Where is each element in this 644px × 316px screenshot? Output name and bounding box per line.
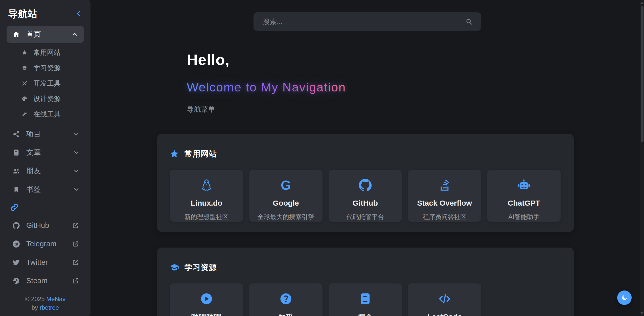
section-learning-resources: 学习资源 哔哩哔哩 知乎 掘金 LeetCode [157,248,574,316]
nav-item-label: 书签 [26,184,73,195]
nav-subitem-design[interactable]: 设计资源 [7,91,84,106]
site-card-desc: AI智能助手 [508,213,540,221]
search-area [90,0,644,31]
graduation-cap-icon [170,263,179,272]
by-text: by [32,304,38,311]
social-item-github[interactable]: GitHub [7,216,84,235]
nav-item-label: 首页 [26,29,72,39]
github-icon [359,178,372,192]
hero-welcome: Welcome to My Navigation [187,79,346,95]
nav-item-label: 项目 [26,129,73,139]
nav-subitem-label: 开发工具 [33,79,61,88]
home-icon [13,31,20,38]
nav-subitem-label: 设计资源 [33,94,61,103]
site-card-github[interactable]: GitHub 代码托管平台 [329,170,402,222]
nav-subitem-dev-tools[interactable]: 开发工具 [7,76,84,91]
scrollbar-thumb[interactable] [641,6,643,142]
social-item-twitter[interactable]: Twitter [7,253,84,272]
section-common-sites: 常用网站 Linux.do 新的理想型社区 G Google 全球最大的搜索引擎… [157,134,574,232]
site-card-name: GitHub [353,199,378,207]
page-scrollbar[interactable] [640,0,644,316]
share-nodes-icon [13,131,20,138]
copyright-line: © 2025 MeNav [7,295,84,303]
card-grid: Linux.do 新的理想型社区 G Google 全球最大的搜索引擎 GitH… [170,170,561,222]
site-card-name: LeetCode [427,312,462,316]
stack-overflow-icon [438,178,451,192]
scrollbar-down-arrow[interactable] [640,312,644,314]
robot-icon [517,178,531,192]
external-link-icon [72,241,79,247]
section-header: 常用网站 [170,134,561,159]
copyright-text: © 2025 [25,296,45,302]
users-icon [13,167,20,175]
social-item-label: Twitter [26,258,72,266]
search-bar [254,12,481,31]
site-link[interactable]: MeNav [46,296,65,302]
site-card-bilibili[interactable]: 哔哩哔哩 [170,283,243,316]
github-icon [13,222,20,229]
author-line: by rbetree [7,303,84,312]
hero-greeting: Hello, [187,51,644,69]
site-card-linuxdo[interactable]: Linux.do 新的理想型社区 [170,170,243,222]
section-header: 学习资源 [170,248,561,273]
social-item-steam[interactable]: Steam [7,272,84,290]
social-item-label: Telegram [26,240,72,248]
link-icon[interactable] [10,203,19,212]
chevron-down-icon [73,186,79,192]
site-card-name: 知乎 [278,312,293,316]
site-title: 导航站 [8,8,38,20]
play-circle-icon [200,292,213,306]
nav-item-articles[interactable]: 文章 [7,143,84,162]
nav-subitem-online-tools[interactable]: 在线工具 [7,106,84,122]
search-input[interactable] [254,12,481,31]
site-card-zhihu[interactable]: 知乎 [249,283,323,316]
twitter-icon [13,259,20,266]
site-card-desc: 全球最大的搜索引擎 [258,213,314,221]
site-card-chatgpt[interactable]: ChatGPT AI智能助手 [487,170,561,222]
nav-item-bookmarks[interactable]: 书签 [7,180,84,199]
google-g-icon: G [281,178,291,192]
telegram-icon [13,240,20,248]
code-icon [438,292,451,306]
external-link-icon [72,222,79,229]
external-link-icon [72,259,79,266]
site-card-stackoverflow[interactable]: Stack Overflow 程序员问答社区 [408,170,481,222]
chevron-left-icon [75,10,83,17]
chevron-down-icon [73,131,79,137]
main-content: Hello, Welcome to My Navigation 导航菜单 常用网… [90,0,644,316]
sidebar-collapse-button[interactable] [75,10,83,18]
wrench-icon [22,111,27,117]
section-title: 常用网站 [185,149,217,159]
sidebar-header: 导航站 [7,0,84,26]
nav-subitem-common-sites[interactable]: 常用网站 [7,45,84,60]
sidebar-nav: 首页 常用网站 学习资源 开发工具 设计资源 在线工具 [7,26,84,290]
author-link[interactable]: rbetree [40,304,59,311]
bookmark-icon [13,186,20,193]
nav-item-projects[interactable]: 项目 [7,125,84,143]
nav-subitem-learning[interactable]: 学习资源 [7,60,84,76]
nav-item-friends[interactable]: 朋友 [7,162,84,180]
site-card-name: Google [273,199,299,207]
site-card-name: Linux.do [191,199,222,207]
scrollbar-up-arrow[interactable] [640,2,644,4]
social-item-telegram[interactable]: Telegram [7,235,84,253]
chevron-up-icon [72,31,78,37]
links-section-divider [7,199,84,216]
theme-toggle-button[interactable] [617,290,632,305]
site-card-name: 哔哩哔哩 [191,312,222,316]
site-card-leetcode[interactable]: LeetCode [408,283,481,316]
nav-item-home[interactable]: 首页 [7,26,84,43]
nav-item-label: 朋友 [26,166,73,176]
site-card-juejin[interactable]: 掘金 [329,283,402,316]
site-card-name: 掘金 [358,312,373,316]
site-card-desc: 新的理想型社区 [185,213,229,221]
search-icon[interactable] [466,18,472,25]
home-sub-list: 常用网站 学习资源 开发工具 设计资源 在线工具 [7,43,84,125]
site-card-name: Stack Overflow [417,199,472,207]
site-card-google[interactable]: G Google 全球最大的搜索引擎 [249,170,323,222]
sidebar: 导航站 首页 常用网站 学习资源 开发工具 设计资源 [0,0,90,316]
steam-icon [13,277,20,284]
star-icon [170,149,179,158]
external-link-icon [72,278,79,284]
nav-subitem-label: 常用网站 [33,48,61,57]
